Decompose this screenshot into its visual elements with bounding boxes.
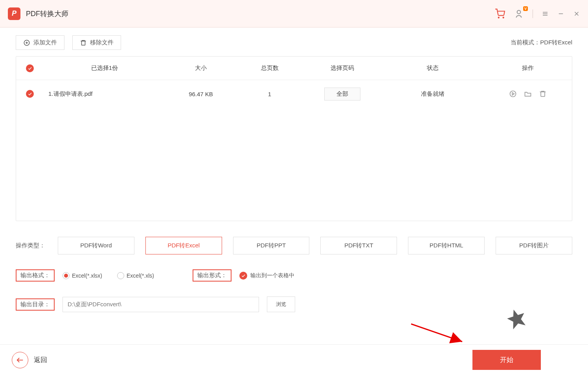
back-label: 返回 [34, 355, 47, 364]
select-pages-button[interactable]: 全部 [324, 88, 360, 101]
minimize-icon[interactable] [557, 10, 564, 17]
folder-icon[interactable] [524, 90, 532, 98]
row-checkbox[interactable] [26, 90, 34, 98]
svg-point-13 [510, 91, 516, 97]
th-ops: 操作 [484, 64, 572, 72]
trash-icon [80, 39, 87, 46]
type-btn-0[interactable]: PDF转Word [58, 237, 134, 254]
app-title: PDF转换大师 [26, 9, 68, 18]
app-logo: P [8, 7, 20, 20]
svg-marker-14 [512, 93, 514, 95]
radio-icon [62, 272, 70, 279]
back-button[interactable] [12, 352, 28, 368]
current-mode: 当前模式：PDF转Excel [511, 39, 572, 46]
row-pages: 1 [236, 91, 303, 97]
remove-file-label: 移除文件 [90, 39, 114, 46]
output-format-label: 输出格式： [16, 269, 55, 282]
cart-icon[interactable] [495, 9, 505, 19]
svg-line-17 [411, 324, 462, 342]
svg-rect-12 [82, 41, 85, 45]
check-icon [239, 272, 247, 280]
th-pages: 总页数 [236, 64, 303, 72]
th-selected: 已选择1份 [44, 64, 165, 72]
type-btn-2[interactable]: PDF转PPT [233, 237, 310, 254]
row-size: 96.47 KB [165, 91, 236, 97]
output-form-option[interactable]: 输出到一个表格中 [239, 272, 294, 280]
svg-point-0 [498, 17, 499, 18]
menu-icon[interactable] [542, 10, 549, 17]
format-option-xlsx[interactable]: Excel(*.xlsx) [62, 272, 102, 279]
output-dir-input[interactable] [62, 297, 259, 312]
add-file-label: 添加文件 [33, 39, 57, 46]
browse-button[interactable]: 浏览 [267, 296, 295, 312]
start-button[interactable]: 开始 [472, 350, 541, 370]
type-btn-1[interactable]: PDF转Excel [145, 237, 222, 254]
th-select-pages: 选择页码 [303, 64, 382, 72]
user-icon[interactable]: V [514, 9, 524, 19]
table-row: 1.请假申请表.pdf 96.47 KB 1 全部 准备就绪 [16, 80, 572, 108]
radio-icon [117, 272, 124, 279]
arrow-left-icon [16, 356, 24, 364]
titlebar: P PDF转换大师 V [0, 0, 588, 27]
type-btn-3[interactable]: PDF转TXT [320, 237, 397, 254]
vip-badge: V [523, 6, 528, 11]
divider [533, 9, 533, 18]
type-btn-4[interactable]: PDF转HTML [408, 237, 485, 254]
remove-file-button[interactable]: 移除文件 [72, 35, 121, 50]
play-icon[interactable] [509, 90, 517, 98]
delete-icon[interactable] [539, 90, 547, 98]
add-file-button[interactable]: 添加文件 [16, 35, 64, 50]
th-size: 大小 [165, 64, 236, 72]
format-option-xls[interactable]: Excel(*.xls) [117, 272, 154, 279]
svg-point-1 [503, 17, 504, 18]
select-all-checkbox[interactable] [26, 64, 34, 72]
row-status: 准备就绪 [382, 90, 484, 98]
output-dir-label: 输出目录： [16, 298, 55, 311]
th-status: 状态 [382, 64, 484, 72]
row-filename: 1.请假申请表.pdf [44, 90, 165, 98]
close-icon[interactable] [573, 10, 580, 17]
svg-point-2 [517, 10, 521, 14]
ops-type-label: 操作类型： [16, 242, 45, 249]
file-table: 已选择1份 大小 总页数 选择页码 状态 操作 1.请假申请表.pdf 96.4… [16, 56, 572, 221]
type-btn-5[interactable]: PDF转图片 [496, 237, 572, 254]
plus-circle-icon [23, 39, 30, 46]
svg-rect-15 [541, 92, 545, 97]
table-header: 已选择1份 大小 总页数 选择页码 状态 操作 [16, 57, 572, 80]
output-form-label: 输出形式： [193, 269, 232, 282]
